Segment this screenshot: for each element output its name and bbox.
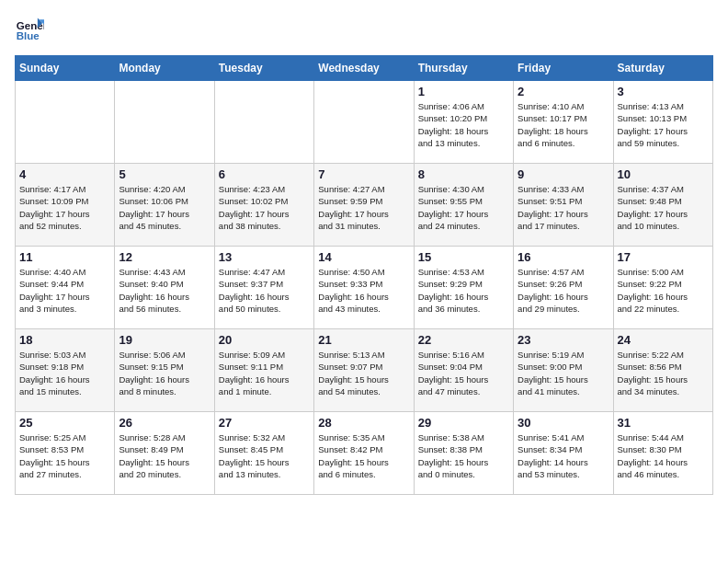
day-number: 15 [418, 250, 509, 264]
day-cell: 14Sunrise: 4:50 AM Sunset: 9:33 PM Dayli… [314, 247, 414, 329]
day-cell: 25Sunrise: 5:25 AM Sunset: 8:53 PM Dayli… [16, 412, 115, 495]
header-saturday: Saturday [613, 56, 712, 81]
day-cell [214, 81, 313, 164]
day-info: Sunrise: 4:10 AM Sunset: 10:17 PM Daylig… [518, 100, 609, 149]
day-cell: 23Sunrise: 5:19 AM Sunset: 9:00 PM Dayli… [514, 329, 613, 412]
day-cell: 11Sunrise: 4:40 AM Sunset: 9:44 PM Dayli… [16, 247, 115, 329]
header-friday: Friday [514, 56, 613, 81]
day-info: Sunrise: 4:23 AM Sunset: 10:02 PM Daylig… [219, 183, 310, 232]
day-cell: 16Sunrise: 4:57 AM Sunset: 9:26 PM Dayli… [514, 247, 613, 329]
day-cell: 17Sunrise: 5:00 AM Sunset: 9:22 PM Dayli… [613, 247, 712, 329]
logo: General Blue [15, 15, 44, 44]
day-number: 5 [119, 167, 210, 181]
day-info: Sunrise: 4:43 AM Sunset: 9:40 PM Dayligh… [119, 266, 210, 315]
day-cell: 9Sunrise: 4:33 AM Sunset: 9:51 PM Daylig… [514, 164, 613, 247]
day-info: Sunrise: 4:57 AM Sunset: 9:26 PM Dayligh… [518, 266, 609, 315]
day-cell: 18Sunrise: 5:03 AM Sunset: 9:18 PM Dayli… [16, 329, 115, 412]
svg-text:Blue: Blue [17, 30, 40, 41]
day-number: 2 [518, 85, 609, 98]
day-cell: 8Sunrise: 4:30 AM Sunset: 9:55 PM Daylig… [414, 164, 513, 247]
day-number: 23 [518, 333, 609, 347]
day-number: 16 [518, 250, 609, 264]
week-row-2: 4Sunrise: 4:17 AM Sunset: 10:09 PM Dayli… [16, 164, 713, 247]
day-cell: 26Sunrise: 5:28 AM Sunset: 8:49 PM Dayli… [115, 412, 214, 495]
day-number: 13 [219, 250, 310, 264]
day-number: 22 [418, 333, 509, 347]
day-cell: 1Sunrise: 4:06 AM Sunset: 10:20 PM Dayli… [414, 81, 513, 164]
day-number: 11 [19, 250, 110, 264]
day-number: 9 [518, 167, 609, 181]
day-info: Sunrise: 5:44 AM Sunset: 8:30 PM Dayligh… [618, 431, 709, 480]
week-row-4: 18Sunrise: 5:03 AM Sunset: 9:18 PM Dayli… [16, 329, 713, 412]
day-info: Sunrise: 5:00 AM Sunset: 9:22 PM Dayligh… [618, 266, 709, 315]
day-info: Sunrise: 4:53 AM Sunset: 9:29 PM Dayligh… [418, 266, 509, 315]
day-cell: 15Sunrise: 4:53 AM Sunset: 9:29 PM Dayli… [414, 247, 513, 329]
day-info: Sunrise: 5:03 AM Sunset: 9:18 PM Dayligh… [19, 349, 110, 397]
day-info: Sunrise: 4:50 AM Sunset: 9:33 PM Dayligh… [318, 266, 409, 315]
day-cell: 22Sunrise: 5:16 AM Sunset: 9:04 PM Dayli… [414, 329, 513, 412]
day-number: 29 [418, 416, 509, 430]
day-info: Sunrise: 5:06 AM Sunset: 9:15 PM Dayligh… [119, 349, 210, 397]
day-cell: 12Sunrise: 4:43 AM Sunset: 9:40 PM Dayli… [115, 247, 214, 329]
day-cell [314, 81, 414, 164]
day-cell: 10Sunrise: 4:37 AM Sunset: 9:48 PM Dayli… [613, 164, 712, 247]
header-wednesday: Wednesday [314, 56, 414, 81]
day-cell: 2Sunrise: 4:10 AM Sunset: 10:17 PM Dayli… [514, 81, 613, 164]
calendar-header-row: SundayMondayTuesdayWednesdayThursdayFrid… [16, 56, 713, 81]
day-number: 26 [119, 416, 210, 430]
day-number: 18 [19, 333, 110, 347]
day-info: Sunrise: 4:06 AM Sunset: 10:20 PM Daylig… [418, 100, 509, 149]
day-cell: 7Sunrise: 4:27 AM Sunset: 9:59 PM Daylig… [314, 164, 414, 247]
day-number: 27 [219, 416, 310, 430]
day-cell: 13Sunrise: 4:47 AM Sunset: 9:37 PM Dayli… [214, 247, 313, 329]
day-cell: 6Sunrise: 4:23 AM Sunset: 10:02 PM Dayli… [214, 164, 313, 247]
day-cell: 20Sunrise: 5:09 AM Sunset: 9:11 PM Dayli… [214, 329, 313, 412]
day-info: Sunrise: 5:41 AM Sunset: 8:34 PM Dayligh… [518, 431, 609, 480]
day-info: Sunrise: 5:35 AM Sunset: 8:42 PM Dayligh… [318, 431, 409, 480]
day-cell [16, 81, 115, 164]
day-number: 10 [618, 167, 709, 181]
day-info: Sunrise: 4:13 AM Sunset: 10:13 PM Daylig… [618, 100, 709, 149]
day-cell: 28Sunrise: 5:35 AM Sunset: 8:42 PM Dayli… [314, 412, 414, 495]
page-header: General Blue [15, 15, 713, 44]
day-info: Sunrise: 4:17 AM Sunset: 10:09 PM Daylig… [19, 183, 110, 232]
day-cell: 31Sunrise: 5:44 AM Sunset: 8:30 PM Dayli… [613, 412, 712, 495]
header-sunday: Sunday [16, 56, 115, 81]
day-info: Sunrise: 4:33 AM Sunset: 9:51 PM Dayligh… [518, 183, 609, 232]
day-info: Sunrise: 4:37 AM Sunset: 9:48 PM Dayligh… [618, 183, 709, 232]
day-cell [115, 81, 214, 164]
day-info: Sunrise: 5:32 AM Sunset: 8:45 PM Dayligh… [219, 431, 310, 480]
header-monday: Monday [115, 56, 214, 81]
day-info: Sunrise: 4:47 AM Sunset: 9:37 PM Dayligh… [219, 266, 310, 315]
day-number: 1 [418, 85, 509, 98]
day-cell: 21Sunrise: 5:13 AM Sunset: 9:07 PM Dayli… [314, 329, 414, 412]
day-cell: 4Sunrise: 4:17 AM Sunset: 10:09 PM Dayli… [16, 164, 115, 247]
day-info: Sunrise: 4:20 AM Sunset: 10:06 PM Daylig… [119, 183, 210, 232]
day-cell: 19Sunrise: 5:06 AM Sunset: 9:15 PM Dayli… [115, 329, 214, 412]
week-row-3: 11Sunrise: 4:40 AM Sunset: 9:44 PM Dayli… [16, 247, 713, 329]
day-number: 4 [19, 167, 110, 181]
logo-icon: General Blue [15, 15, 44, 44]
day-cell: 29Sunrise: 5:38 AM Sunset: 8:38 PM Dayli… [414, 412, 513, 495]
day-cell: 27Sunrise: 5:32 AM Sunset: 8:45 PM Dayli… [214, 412, 313, 495]
day-info: Sunrise: 4:27 AM Sunset: 9:59 PM Dayligh… [318, 183, 409, 232]
week-row-1: 1Sunrise: 4:06 AM Sunset: 10:20 PM Dayli… [16, 81, 713, 164]
header-tuesday: Tuesday [214, 56, 313, 81]
day-number: 7 [318, 167, 409, 181]
day-info: Sunrise: 5:09 AM Sunset: 9:11 PM Dayligh… [219, 349, 310, 397]
day-number: 28 [318, 416, 409, 430]
day-number: 8 [418, 167, 509, 181]
day-number: 19 [119, 333, 210, 347]
day-info: Sunrise: 4:30 AM Sunset: 9:55 PM Dayligh… [418, 183, 509, 232]
day-number: 3 [618, 85, 709, 98]
day-info: Sunrise: 5:28 AM Sunset: 8:49 PM Dayligh… [119, 431, 210, 480]
week-row-5: 25Sunrise: 5:25 AM Sunset: 8:53 PM Dayli… [16, 412, 713, 495]
day-number: 30 [518, 416, 609, 430]
day-number: 17 [618, 250, 709, 264]
day-number: 21 [318, 333, 409, 347]
day-number: 14 [318, 250, 409, 264]
day-info: Sunrise: 5:25 AM Sunset: 8:53 PM Dayligh… [19, 431, 110, 480]
day-cell: 3Sunrise: 4:13 AM Sunset: 10:13 PM Dayli… [613, 81, 712, 164]
day-number: 25 [19, 416, 110, 430]
day-number: 31 [618, 416, 709, 430]
